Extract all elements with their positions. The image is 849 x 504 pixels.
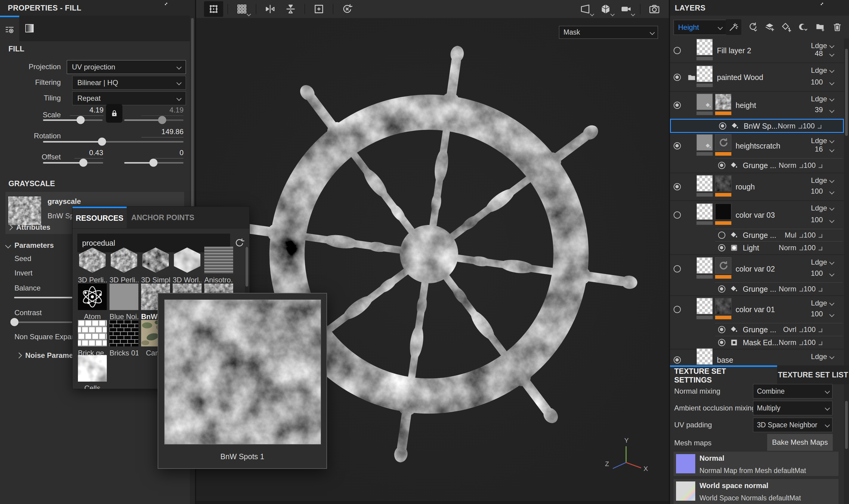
layer-thumbnail[interactable] xyxy=(715,203,731,224)
layer-thumbnail[interactable] xyxy=(696,39,713,60)
layer-opacity[interactable]: 100 xyxy=(811,310,823,318)
resource-item-bricks-01[interactable]: Bricks 01 xyxy=(109,320,138,357)
resource-item-cells[interactable]: Cells xyxy=(78,355,107,389)
blend-mode[interactable]: Ldge xyxy=(811,66,827,75)
effect-button[interactable] xyxy=(745,19,761,35)
layer-row-heightscratch[interactable]: heightscratchLdge16 xyxy=(670,133,844,158)
layer-effect-row-bnw-sp-[interactable]: BnW Sp...Norm100 xyxy=(670,119,844,133)
blend-mode[interactable]: Ldge xyxy=(811,204,827,212)
rotation-value[interactable]: 149.86 xyxy=(141,127,183,138)
layer-effect-row-light[interactable]: LightNorm100 xyxy=(670,241,844,254)
effect-name[interactable]: Mask Ed... xyxy=(743,338,778,347)
layer-row-color-var-02[interactable]: color var 02Ldge100 xyxy=(670,254,844,282)
balance-slider[interactable] xyxy=(14,293,73,301)
filtering-select[interactable]: Bilinear | HQ xyxy=(72,76,186,90)
remove-mesh-map-icon[interactable] xyxy=(824,460,831,467)
blend-mode[interactable]: Norm xyxy=(779,161,796,169)
effect-opacity[interactable]: 100 xyxy=(803,325,816,334)
magic-wand-button[interactable] xyxy=(726,19,741,35)
blend-mode[interactable]: Ldge xyxy=(811,41,827,50)
offset-y-slider[interactable] xyxy=(124,159,183,167)
bake-mesh-maps-button[interactable]: Bake Mesh Maps xyxy=(767,434,833,451)
effect-visibility-radio[interactable] xyxy=(718,326,725,333)
offset-x-slider[interactable] xyxy=(43,159,103,167)
delete-effect-icon[interactable] xyxy=(827,286,834,292)
close-icon[interactable] xyxy=(770,372,777,379)
layer-opacity[interactable]: 100 xyxy=(811,269,823,277)
layer-visibility-radio[interactable] xyxy=(674,142,681,149)
effect-visibility-radio[interactable] xyxy=(719,122,726,130)
effect-visibility-radio[interactable] xyxy=(718,339,725,346)
layer-thumbnail[interactable] xyxy=(715,175,731,197)
uv-padding-select[interactable]: 3D Space Neighbor xyxy=(753,418,832,432)
layer-row-fill-layer-2[interactable]: Fill layer 2Ldge48 xyxy=(670,38,844,62)
viewport-channel-dropdown[interactable]: Mask xyxy=(559,26,658,39)
close-icon[interactable] xyxy=(181,4,188,11)
blend-mode[interactable]: Ovrl xyxy=(783,325,796,334)
layer-name[interactable]: rough xyxy=(736,182,755,191)
delete-effect-icon[interactable] xyxy=(826,123,833,129)
tab-anchor-points[interactable]: ANCHOR POINTS xyxy=(127,206,199,228)
add-folder-button[interactable] xyxy=(813,19,828,35)
resource-item-3d-perli-[interactable]: 3D Perli... xyxy=(78,247,107,284)
blend-mode[interactable]: Norm xyxy=(779,285,796,293)
ao-mixing-select[interactable]: Multiply xyxy=(753,401,832,415)
resource-item-anisotro-[interactable]: Anisotro... xyxy=(204,247,233,284)
scale-y-value[interactable]: 4.19 xyxy=(141,106,183,116)
layer-visibility-radio[interactable] xyxy=(674,211,681,219)
effect-visibility-radio[interactable] xyxy=(718,162,725,169)
layer-thumbnail[interactable] xyxy=(696,257,713,278)
tab-gradient[interactable] xyxy=(20,16,39,41)
add-mask-button[interactable] xyxy=(795,19,811,35)
effect-visibility-radio[interactable] xyxy=(718,232,725,239)
layer-thumbnail[interactable] xyxy=(696,203,713,224)
offset-x-value[interactable]: 0.43 xyxy=(74,148,103,159)
effect-name[interactable]: Grunge ... xyxy=(743,325,776,334)
layer-thumbnail[interactable] xyxy=(715,94,731,115)
blend-mode[interactable]: Ldge xyxy=(811,299,827,307)
effect-name[interactable]: Grunge ... xyxy=(743,231,776,239)
layer-thumbnail[interactable] xyxy=(696,134,713,156)
layer-effect-row-mask-ed-[interactable]: Mask Ed...Norm100 xyxy=(670,336,844,349)
layer-name[interactable]: color var 03 xyxy=(736,211,775,219)
layer-effect-row-grunge-[interactable]: Grunge ...Norm100 xyxy=(670,282,844,295)
view-video-camera-button[interactable] xyxy=(616,1,636,17)
view-perspective-button[interactable] xyxy=(576,1,595,17)
layer-effect-row-grunge-[interactable]: Grunge ...Mul100 xyxy=(670,229,844,241)
effect-name[interactable]: Light xyxy=(743,244,759,252)
effect-opacity[interactable]: 100 xyxy=(803,122,815,130)
effect-name[interactable]: BnW Sp... xyxy=(744,122,778,130)
delete-effect-icon[interactable] xyxy=(827,232,834,238)
layer-row-rough[interactable]: roughLdge100 xyxy=(670,173,844,200)
layer-name[interactable]: painted Wood xyxy=(717,73,763,82)
resource-item-3d-simpl-[interactable]: 3D Simpl... xyxy=(141,247,170,284)
layer-thumbnail[interactable] xyxy=(715,298,731,319)
layer-thumbnail[interactable] xyxy=(715,134,731,156)
mesh-map-card-normal[interactable]: Normal Normal Map from Mesh defaultMat xyxy=(674,452,838,476)
layer-row-color-var-01[interactable]: color var 01Ldge100 xyxy=(670,295,844,323)
layers-scrollbar[interactable] xyxy=(844,38,849,365)
layer-thumbnail[interactable] xyxy=(696,175,713,197)
resource-item-blue-noi-[interactable]: Blue Noi... xyxy=(109,284,138,321)
resource-item-3d-worl-[interactable]: 3D Worl... xyxy=(173,247,201,284)
scale-link-lock-button[interactable] xyxy=(106,104,122,123)
scale-y-slider[interactable] xyxy=(124,116,183,124)
view-camera-button[interactable] xyxy=(645,1,664,17)
layer-visibility-radio[interactable] xyxy=(674,265,681,272)
tool-tiling-button[interactable] xyxy=(232,1,251,17)
layer-opacity[interactable]: 16 xyxy=(815,145,823,154)
contrast-slider[interactable] xyxy=(12,318,72,326)
layer-visibility-radio[interactable] xyxy=(674,306,681,313)
offset-y-value[interactable]: 0 xyxy=(155,148,183,159)
layer-thumbnail[interactable] xyxy=(696,66,713,87)
rotation-slider[interactable] xyxy=(43,138,183,146)
resource-item-3d-perli-[interactable]: 3D Perli... xyxy=(109,247,138,284)
resource-item-atom[interactable]: Atom xyxy=(78,284,107,321)
layer-visibility-radio[interactable] xyxy=(674,74,681,81)
tiling-select[interactable]: Repeat xyxy=(72,91,186,105)
normal-mixing-select[interactable]: Combine xyxy=(753,384,832,398)
layer-visibility-radio[interactable] xyxy=(674,47,681,54)
layer-opacity[interactable]: 48 xyxy=(815,49,823,58)
effect-visibility-radio[interactable] xyxy=(718,244,725,251)
view-cube-button[interactable] xyxy=(596,1,615,17)
